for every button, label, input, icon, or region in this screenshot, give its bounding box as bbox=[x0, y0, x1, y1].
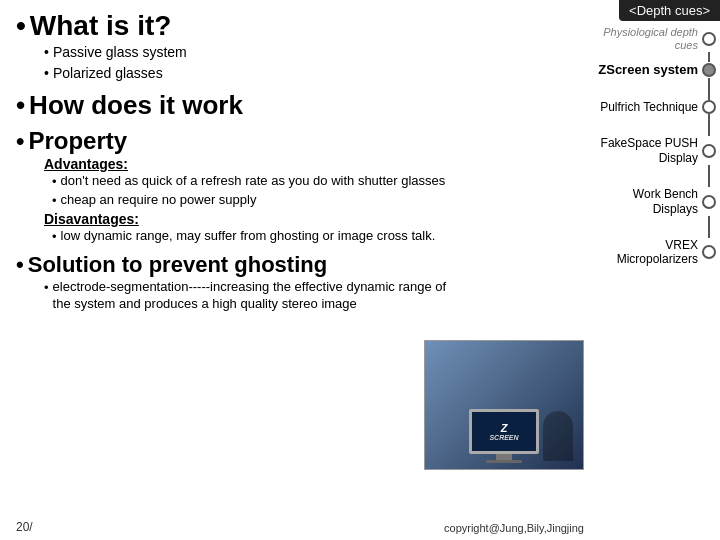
sidebar-item-pulfrich[interactable]: Pulfrich Technique bbox=[590, 100, 716, 114]
section-property: • Property Advantages: • don't need as q… bbox=[16, 127, 564, 246]
how-heading: How does it work bbox=[29, 90, 243, 121]
advantages-label: Advantages: bbox=[44, 156, 564, 172]
page-number: 20/ bbox=[16, 520, 33, 534]
sidebar-item-physiological[interactable]: Physiological depth cues bbox=[590, 26, 716, 52]
sol-sub-bullet: • bbox=[44, 279, 49, 297]
sidebar-item-vrex[interactable]: VREXMicropolarizers bbox=[590, 238, 716, 267]
main-content: • What is it? • Passive glass system • P… bbox=[0, 0, 580, 540]
list-item: • Polarized glasses bbox=[44, 63, 564, 84]
depth-cues-tab: <Depth cues> bbox=[619, 0, 720, 21]
disadvantages-label: Disavantages: bbox=[44, 211, 564, 227]
sidebar-dot-physiological bbox=[702, 32, 716, 46]
what-bullet: • bbox=[16, 10, 26, 42]
section-what: • What is it? • Passive glass system • P… bbox=[16, 10, 564, 84]
adv-bullet-1: • bbox=[52, 173, 57, 191]
sub-text-1: Passive glass system bbox=[53, 42, 187, 63]
sidebar-item-zscreen[interactable]: ZScreen system bbox=[590, 62, 716, 78]
sidebar-label-vrex: VREXMicropolarizers bbox=[590, 238, 702, 267]
adv-bullet-2: • bbox=[52, 192, 57, 210]
sidebar-dot-workbench bbox=[702, 195, 716, 209]
sidebar-item-fakespace[interactable]: FakeSpace PUSH Display bbox=[590, 136, 716, 165]
disadv-text-1: low dynamic range, may suffer from ghost… bbox=[61, 227, 436, 245]
solution-bullet: • bbox=[16, 252, 24, 278]
sol-sub-text: electrode-segmentation-----increasing th… bbox=[53, 278, 464, 313]
what-heading: What is it? bbox=[30, 10, 172, 42]
section-how: • How does it work bbox=[16, 90, 564, 121]
list-item: • cheap an require no power supply bbox=[52, 191, 564, 210]
disadv-bullet-1: • bbox=[52, 228, 57, 246]
list-item: • low dynamic range, may suffer from gho… bbox=[52, 227, 564, 246]
sidebar-label-pulfrich: Pulfrich Technique bbox=[590, 100, 702, 114]
adv-text-2: cheap an require no power supply bbox=[61, 191, 257, 209]
what-sub-items: • Passive glass system • Polarized glass… bbox=[44, 42, 564, 84]
list-item: • Passive glass system bbox=[44, 42, 564, 63]
sidebar-label-physiological: Physiological depth cues bbox=[590, 26, 702, 52]
how-bullet: • bbox=[16, 90, 25, 121]
solution-heading: Solution to prevent ghosting bbox=[28, 252, 327, 278]
sidebar-label-workbench: Work BenchDisplays bbox=[590, 187, 702, 216]
sidebar-label-zscreen: ZScreen system bbox=[590, 62, 702, 78]
sidebar-item-workbench[interactable]: Work BenchDisplays bbox=[590, 187, 716, 216]
sub-bullet-1: • bbox=[44, 42, 49, 63]
copyright: copyright@Jung,Bily,Jingjing bbox=[444, 522, 584, 534]
sidebar: Physiological depth cues ZScreen system … bbox=[590, 22, 720, 540]
sidebar-dot-fakespace bbox=[702, 144, 716, 158]
adv-text-1: don't need as quick of a refresh rate as… bbox=[61, 172, 446, 190]
sidebar-dot-pulfrich bbox=[702, 100, 716, 114]
property-bullet: • bbox=[16, 127, 24, 155]
sidebar-dot-vrex bbox=[702, 245, 716, 259]
sidebar-items-container: Physiological depth cues ZScreen system … bbox=[590, 26, 716, 267]
list-item: • electrode-segmentation-----increasing … bbox=[44, 278, 464, 313]
sidebar-dot-zscreen bbox=[702, 63, 716, 77]
sub-bullet-2: • bbox=[44, 63, 49, 84]
property-heading: Property bbox=[28, 127, 127, 155]
sub-text-2: Polarized glasses bbox=[53, 63, 163, 84]
sidebar-label-fakespace: FakeSpace PUSH Display bbox=[590, 136, 702, 165]
section-solution: • Solution to prevent ghosting • electro… bbox=[16, 252, 564, 313]
depth-cues-label: <Depth cues> bbox=[629, 3, 710, 18]
list-item: • don't need as quick of a refresh rate … bbox=[52, 172, 564, 191]
